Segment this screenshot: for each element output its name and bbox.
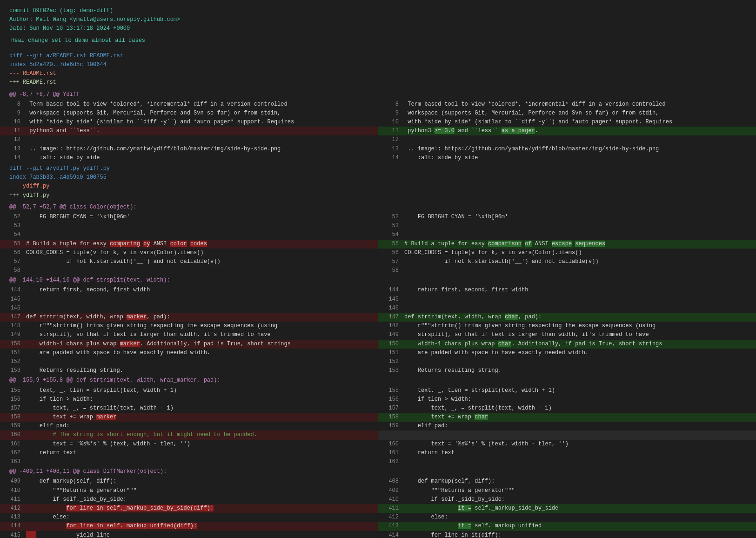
commit-info: commit 89f02ac (tag: demo-diff) Author: … [0, 5, 756, 50]
diff-line: 52 FG_BRIGHT_CYAN = '\x1b[96m' [378, 213, 756, 222]
diff-line: 144 return first, second, first_width [0, 286, 378, 295]
diff-line: 159 elif pad: [378, 422, 756, 430]
diff-line: 147 def strtrim(text, width, wrap_char, … [378, 313, 756, 322]
diff-line: 414 for line in self._markup_unified(dif… [0, 522, 378, 531]
diff-line: 150 width-1 chars plus wrap_char. Additi… [378, 340, 756, 349]
diff-line: 54 [0, 230, 378, 239]
diff-line: 158 text += wrap_char [378, 413, 756, 422]
diff-line: 162 return text [0, 449, 378, 457]
diff-line: 10 with *side by side* (similar to ``dif… [0, 118, 378, 127]
diff-line: 13 .. image:: https://github.com/ymattw/… [378, 145, 756, 154]
left-side-readme: 8 Term based tool to view *colored*, *in… [0, 100, 378, 162]
diff-line: 413 else: [0, 513, 378, 522]
right-side-readme: 8 Term based tool to view *colored*, *in… [378, 100, 756, 162]
diff-line: 152 [0, 357, 378, 366]
diff-line: 410 """Returns a generator""" [0, 486, 378, 495]
diff-line: 11 python3 and ``less``. [0, 127, 378, 135]
diff-line: 146 [378, 304, 756, 313]
sbs-ydiff-4: 409 def markup(self, diff): 410 """Retur… [0, 477, 756, 538]
sbs-ydiff-3: 155 text, _, tlen = strsplit(text, width… [0, 386, 756, 467]
index-line-ydiff: index 7ab3b33..a4d59a0 100755 [9, 173, 747, 182]
diff-line: 55 # Build a tuple for easy comparison o… [378, 240, 756, 249]
file-diff-readme: diff --git a/README.rst README.rst index… [0, 50, 756, 162]
diff-line: 149 strsplit), so that if text is larger… [378, 330, 756, 339]
diff-line: 9 workspace (supports Git, Mercurial, Pe… [378, 109, 756, 118]
left-side: 144 return first, second, first_width 14… [0, 286, 378, 375]
file-header-readme: diff --git a/README.rst README.rst index… [0, 50, 756, 89]
diff-cmd-ydiff: diff --git a/ydiff.py ydiff.py [9, 164, 747, 173]
hunk-header-ydiff-1: @@ -52,7 +52,7 @@ class Color(object): [0, 202, 756, 213]
commit-hash-line: commit 89f02ac (tag: demo-diff) [9, 7, 747, 15]
diff-line: 58 [0, 266, 378, 275]
minus-file-ydiff: --- ydiff.py [9, 182, 747, 191]
diff-line: 8 Term based tool to view *colored*, *in… [0, 100, 378, 109]
diff-line: 144 return first, second, first_width [378, 286, 756, 295]
diff-line: 155 text, _, tlen = strsplit(text, width… [0, 386, 378, 395]
diff-line: 14 :alt: side by side [0, 154, 378, 162]
diff-line: 57 if not k.startswith('__') and not cal… [378, 257, 756, 266]
file-header-ydiff: diff --git a/ydiff.py ydiff.py index 7ab… [0, 162, 756, 202]
diff-line: 56 COLOR_CODES = tuple(v for k, v in var… [0, 249, 378, 257]
plus-file-readme: +++ README.rst [9, 78, 747, 87]
commit-message: Real change set to demo almost all cases [9, 36, 747, 45]
diff-line: 162 [378, 457, 756, 466]
right-side: 155 text, _, tlen = strsplit(text, width… [378, 386, 756, 467]
diff-line: 145 [0, 295, 378, 304]
diff-line: 156 if tlen > width: [0, 395, 378, 404]
diff-line: 158 text += wrap_marker [0, 413, 378, 422]
diff-line: 146 [0, 304, 378, 313]
diff-line: 151 are padded with space to have exactl… [378, 349, 756, 357]
diff-line: 163 [0, 457, 378, 466]
diff-line: 55 # Build a tuple for easy comparing by… [0, 240, 378, 249]
hunk-header-readme-1: @@ -8,7 +8,7 @@ Ydiff [0, 89, 756, 100]
diff-line: 411 if self._side_by_side: [0, 495, 378, 504]
diff-line: 153 Returns resulting string. [0, 366, 378, 375]
diff-line: 8 Term based tool to view *colored*, *in… [378, 100, 756, 109]
diff-line: 411 it = self._markup_side_by_side [378, 504, 756, 513]
right-side: 52 FG_BRIGHT_CYAN = '\x1b[96m' 53 54 55 … [378, 213, 756, 275]
diff-line: 413 it = self._markup_unified [378, 522, 756, 531]
diff-line: 408 def markup(self, diff): [378, 477, 756, 486]
diff-line: 161 text = '%s%*s' % (text, width - tlen… [0, 440, 378, 449]
diff-line: 58 [378, 266, 756, 275]
sbs-readme-1: 8 Term based tool to view *colored*, *in… [0, 100, 756, 162]
diff-line: 153 Returns resulting string. [378, 366, 756, 375]
sbs-ydiff-2: 144 return first, second, first_width 14… [0, 286, 756, 375]
right-side: 408 def markup(self, diff): 409 """Retur… [378, 477, 756, 538]
commit-date-line: Date: Sun Nov 10 13:17:18 2024 +0000 [9, 24, 747, 33]
left-side: 409 def markup(self, diff): 410 """Retur… [0, 477, 378, 538]
diff-line: 157 text, _, = strsplit(text, width - 1) [0, 404, 378, 413]
diff-line: 148 r"""strtrim() trims given string res… [378, 322, 756, 330]
left-side: 52 FG_BRIGHT_CYAN = '\x1b[96m' 53 54 55 … [0, 213, 378, 275]
sbs-ydiff-1: 52 FG_BRIGHT_CYAN = '\x1b[96m' 53 54 55 … [0, 213, 756, 275]
left-side: 155 text, _, tlen = strsplit(text, width… [0, 386, 378, 467]
right-side: 144 return first, second, first_width 14… [378, 286, 756, 375]
hunk-header-ydiff-4: @@ -409,11 +408,11 @@ class DiffMarker(o… [0, 466, 756, 477]
diff-container: commit 89f02ac (tag: demo-diff) Author: … [0, 0, 756, 538]
diff-cmd-readme: diff --git a/README.rst README.rst [9, 52, 747, 61]
diff-line: 145 [378, 295, 756, 304]
diff-line: 10 with *side by side* (similar to ``dif… [378, 118, 756, 127]
diff-line: 410 if self._side_by_side: [378, 495, 756, 504]
file-diff-ydiff: diff --git a/ydiff.py ydiff.py index 7ab… [0, 162, 756, 538]
plus-file-ydiff: +++ ydiff.py [9, 191, 747, 200]
diff-line: 56 COLOR_CODES = tuple(v for k, v in var… [378, 249, 756, 257]
diff-line: 147 def strtrim(text, width, wrap_marker… [0, 313, 378, 322]
diff-line: 9 workspace (supports Git, Mercurial, Pe… [0, 109, 378, 118]
diff-line: 159 elif pad: [0, 422, 378, 430]
diff-line-empty [378, 430, 756, 439]
diff-line: 151 are padded with space to have exactl… [0, 349, 378, 357]
diff-line: 57 if not k.startswith('__') and not cal… [0, 257, 378, 266]
diff-line: 149 strsplit), so that if text is larger… [0, 330, 378, 339]
diff-line: 13 .. image:: https://github.com/ymattw/… [0, 145, 378, 154]
diff-line: 414 for line in it(diff): [378, 531, 756, 538]
diff-line: 160 # The string is short enough, but it… [0, 430, 378, 439]
diff-line: 152 [378, 357, 756, 366]
commit-author-line: Author: Matt Wang <ymattw@users.noreply.… [9, 15, 747, 24]
diff-line: 52 FG_BRIGHT_CYAN = '\x1b[96m' [0, 213, 378, 222]
diff-line: 156 if tlen > width: [378, 395, 756, 404]
minus-file-readme: --- README.rst [9, 69, 747, 78]
diff-line: 53 [0, 222, 378, 230]
diff-line: 155 text, _, tlen = strsplit(text, width… [378, 386, 756, 395]
diff-line: 148 r"""strtrim() trims given string res… [0, 322, 378, 330]
